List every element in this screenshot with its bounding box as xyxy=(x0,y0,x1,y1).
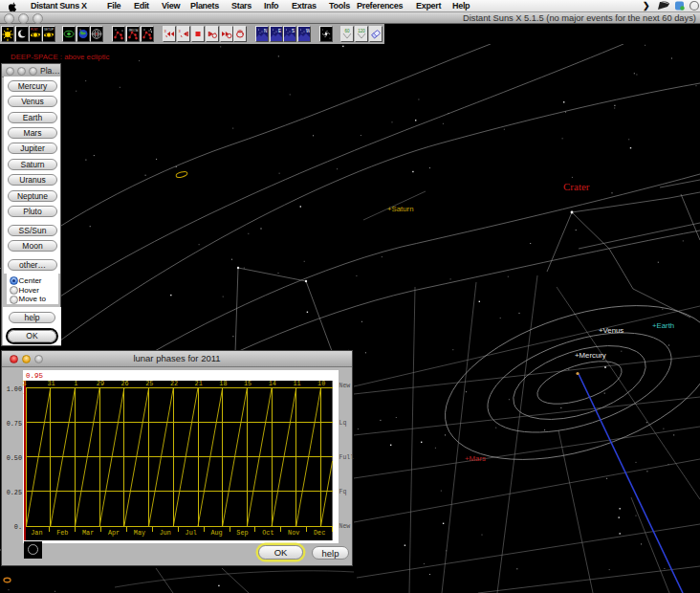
svg-text:26: 26 xyxy=(121,380,129,387)
svg-text:21: 21 xyxy=(195,380,203,387)
svg-text:+Mars: +Mars xyxy=(465,454,486,463)
svg-text:29: 29 xyxy=(97,380,104,387)
svg-text:18: 18 xyxy=(219,380,227,387)
svg-text:Aug: Aug xyxy=(210,529,222,537)
svg-text:15: 15 xyxy=(244,380,252,387)
svg-text:3: 3 xyxy=(22,380,26,387)
svg-text:+Mercury: +Mercury xyxy=(575,351,606,360)
svg-text:Sep: Sep xyxy=(236,529,248,537)
svg-text:May: May xyxy=(134,529,145,537)
svg-text:N: N xyxy=(264,29,267,33)
svg-text:Jul: Jul xyxy=(186,529,197,537)
svg-text:31: 31 xyxy=(47,380,55,387)
svg-text:Apr: Apr xyxy=(108,529,120,537)
svg-text:SETUP: SETUP xyxy=(44,28,54,32)
svg-text:Crater: Crater xyxy=(563,181,590,192)
svg-text:3: 3 xyxy=(164,29,167,33)
svg-text:Mar: Mar xyxy=(82,529,94,537)
svg-text:Jan: Jan xyxy=(31,529,42,537)
svg-text:Dec: Dec xyxy=(314,529,325,537)
svg-text:W: W xyxy=(306,29,310,33)
svg-text:Jun: Jun xyxy=(160,529,171,537)
svg-text:25: 25 xyxy=(145,380,153,387)
svg-text:+Saturn: +Saturn xyxy=(387,205,414,213)
svg-text:+Venus: +Venus xyxy=(599,326,623,335)
svg-text:11: 11 xyxy=(293,380,300,387)
svg-text:22: 22 xyxy=(170,380,178,387)
svg-text:PLNT: PLNT xyxy=(31,28,38,32)
svg-text:Oct: Oct xyxy=(262,529,273,537)
svg-text:60: 60 xyxy=(345,29,351,33)
svg-text:+Earth: +Earth xyxy=(652,321,674,330)
svg-text:14: 14 xyxy=(269,380,276,387)
svg-text:3: 3 xyxy=(179,29,182,33)
svg-text:Nov: Nov xyxy=(288,529,299,537)
svg-text:DEEP-SPACE : above ecliptic: DEEP-SPACE : above ecliptic xyxy=(11,53,110,61)
svg-text:E: E xyxy=(278,29,281,33)
svg-text:10: 10 xyxy=(317,380,325,387)
svg-text:S: S xyxy=(292,29,295,33)
svg-text:Feb: Feb xyxy=(56,529,68,537)
svg-text:0.95: 0.95 xyxy=(26,372,44,380)
svg-text:120: 120 xyxy=(358,29,365,33)
svg-text:1: 1 xyxy=(74,380,77,387)
